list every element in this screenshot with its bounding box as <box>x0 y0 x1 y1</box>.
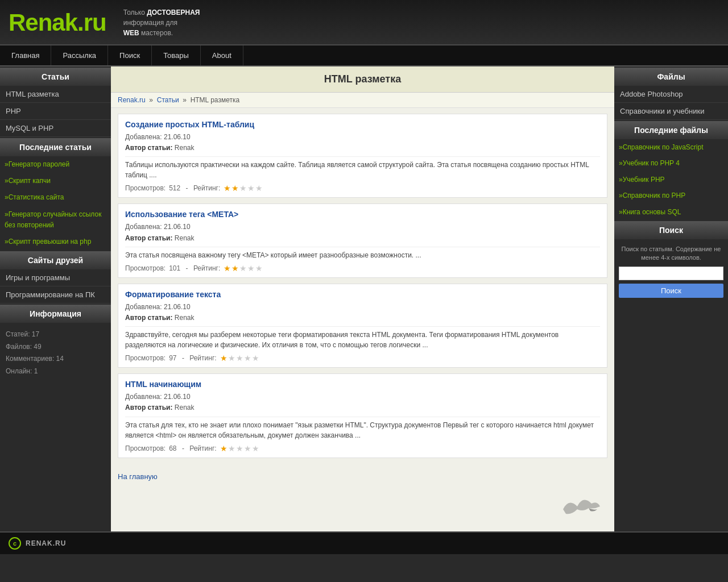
views-label-2: Просмотров: <box>125 354 166 362</box>
files-link-1[interactable]: Справочники и учебники <box>614 103 728 120</box>
friends-section-title: Сайты друзей <box>0 251 111 269</box>
info-stats: Статей: 17 Файлов: 49 Комментариев: 14 О… <box>0 323 111 383</box>
breadcrumb: Renak.ru » Статьи » HTML разметка <box>111 93 614 108</box>
article-card-0: Создание простых HTML-таблиц Добавлена: … <box>118 114 607 198</box>
stars-0: ★★★★★ <box>224 184 263 193</box>
views-label-1: Просмотров: <box>125 264 166 272</box>
article-excerpt-2: Здравствуйте, сегодня мы разберем некото… <box>125 326 600 350</box>
recent-file-3[interactable]: »Справочник по PHP <box>614 188 728 203</box>
article-title-1[interactable]: Использование тега <META> <box>125 210 600 219</box>
views-label-0: Просмотров: <box>125 184 166 192</box>
rating-label-2: Рейтинг: <box>189 354 216 362</box>
left-sidebar: Статьи HTML разметка PHP MySQL и PHP Пос… <box>0 66 111 531</box>
views-count-3: 68 <box>169 444 176 452</box>
sidebar-item-html[interactable]: HTML разметка <box>0 86 111 103</box>
nav-home[interactable]: Главная <box>0 45 51 65</box>
article-meta-1: Добавлена: 21.06.10 Автор статьи: Renak <box>125 222 600 243</box>
views-count-2: 97 <box>169 354 176 362</box>
recent-file-4[interactable]: »Книга основы SQL <box>614 204 728 220</box>
stars-1: ★★★★★ <box>224 264 263 273</box>
article-date-1: 21.06.10 <box>164 223 191 231</box>
main-layout: Статьи HTML разметка PHP MySQL и PHP Пос… <box>0 66 728 531</box>
search-input[interactable] <box>619 267 723 280</box>
article-author-label-3: Автор статьи: <box>125 404 172 411</box>
recent-file-2[interactable]: »Учебник PHP <box>614 172 728 188</box>
stars-2: ★★★★★ <box>220 354 260 363</box>
nav-newsletter[interactable]: Рассылка <box>51 45 108 65</box>
article-meta-0: Добавлена: 21.06.10 Автор статьи: Renak <box>125 132 600 153</box>
article-card-2: Форматирование текста Добавлена: 21.06.1… <box>118 284 607 368</box>
article-title-2[interactable]: Форматирование текста <box>125 290 600 299</box>
nav-products[interactable]: Товары <box>152 45 201 65</box>
article-title-3[interactable]: HTML начинающим <box>125 380 600 389</box>
article-author-3: Renak <box>175 404 195 411</box>
recent-files-title: Последние файлы <box>614 121 728 139</box>
article-date-label-1: Добавлена: <box>125 223 162 231</box>
logo[interactable]: Renak.ru <box>9 9 106 36</box>
article-author-1: Renak <box>175 234 195 242</box>
recent-link-1[interactable]: »Скрипт капчи <box>0 173 111 189</box>
recent-link-3[interactable]: »Генератор случайных ссылок без повторен… <box>0 206 111 234</box>
bird-decoration <box>111 489 614 531</box>
views-label-3: Просмотров: <box>125 444 166 452</box>
back-link[interactable]: На главную <box>118 472 158 481</box>
friends-link-0[interactable]: Игры и программы <box>0 269 111 286</box>
article-date-3: 21.06.10 <box>164 393 191 401</box>
recent-link-2[interactable]: »Статистика сайта <box>0 189 111 206</box>
article-author-label-0: Автор статьи: <box>125 144 172 152</box>
recent-link-0[interactable]: »Генератор паролей <box>0 156 111 173</box>
breadcrumb-home[interactable]: Renak.ru <box>118 96 146 104</box>
article-excerpt-1: Эта статья посвящена важному тегу <META>… <box>125 247 600 260</box>
bird-svg <box>557 492 603 521</box>
right-sidebar: Файлы Addobe Photoshop Справочники и уче… <box>614 66 728 531</box>
article-title-0[interactable]: Создание простых HTML-таблиц <box>125 120 600 129</box>
search-box: Поиск по статьям. Содержание не менее 4-… <box>614 239 728 304</box>
article-date-label-0: Добавлена: <box>125 133 162 141</box>
files-link-0[interactable]: Addobe Photoshop <box>614 86 728 103</box>
tagline: Только ДОСТОВЕРНАЯинформация дляWEB маст… <box>123 7 200 38</box>
article-author-0: Renak <box>175 144 195 152</box>
nav-about[interactable]: About <box>201 45 243 65</box>
article-date-label-3: Добавлена: <box>125 393 162 401</box>
nav-search[interactable]: Поиск <box>108 45 152 65</box>
article-footer-3: Просмотров: 68 - Рейтинг: ★★★★★ <box>125 444 600 453</box>
friends-link-1[interactable]: Программирование на ПК <box>0 286 111 304</box>
article-author-label-1: Автор статьи: <box>125 234 172 242</box>
rating-label-1: Рейтинг: <box>193 264 220 272</box>
stars-3: ★★★★★ <box>220 444 260 453</box>
sidebar-item-mysql[interactable]: MySQL и PHP <box>0 120 111 137</box>
copyright-symbol: c <box>9 537 21 550</box>
article-card-1: Использование тега <META> Добавлена: 21.… <box>118 203 607 277</box>
sidebar-item-php[interactable]: PHP <box>0 103 111 120</box>
article-footer-2: Просмотров: 97 - Рейтинг: ★★★★★ <box>125 354 600 363</box>
articles-section-title: Статьи <box>0 68 111 86</box>
stat-articles: Статей: 17 <box>6 329 105 341</box>
recent-file-0[interactable]: »Справочник по JavaScript <box>614 139 728 155</box>
article-date-2: 21.06.10 <box>164 303 191 311</box>
article-author-label-2: Автор статьи: <box>125 314 172 322</box>
article-meta-2: Добавлена: 21.06.10 Автор статьи: Renak <box>125 302 600 323</box>
breadcrumb-current: HTML разметка <box>191 96 239 104</box>
recent-link-4[interactable]: »Скрипт превьюшки на php <box>0 234 111 250</box>
search-section-title: Поиск <box>614 221 728 239</box>
search-desc: Поиск по статьям. Содержание не менее 4-… <box>619 245 723 263</box>
footer: c RENAK.RU <box>0 531 728 554</box>
stat-comments: Комментариев: 14 <box>6 353 105 365</box>
article-footer-0: Просмотров: 512 - Рейтинг: ★★★★★ <box>125 184 600 193</box>
stat-files: Файлов: 49 <box>6 341 105 354</box>
views-count-1: 101 <box>169 264 180 272</box>
page-title: HTML разметка <box>111 66 614 93</box>
back-link-container: На главную <box>111 464 614 489</box>
article-date-0: 21.06.10 <box>164 133 191 141</box>
breadcrumb-articles[interactable]: Статьи <box>157 96 179 104</box>
article-footer-1: Просмотров: 101 - Рейтинг: ★★★★★ <box>125 264 600 273</box>
rating-label-3: Рейтинг: <box>189 444 216 452</box>
recent-section-title: Последние статьи <box>0 138 111 156</box>
header: Renak.ru Только ДОСТОВЕРНАЯинформация дл… <box>0 0 728 45</box>
search-button[interactable]: Поиск <box>619 284 723 298</box>
stat-online: Онлайн: 1 <box>6 365 105 378</box>
article-card-3: HTML начинающим Добавлена: 21.06.10 Авто… <box>118 373 607 458</box>
article-meta-3: Добавлена: 21.06.10 Автор статьи: Renak <box>125 392 600 413</box>
recent-file-1[interactable]: »Учебник по PHP 4 <box>614 155 728 171</box>
footer-site-name: RENAK.RU <box>26 539 66 547</box>
